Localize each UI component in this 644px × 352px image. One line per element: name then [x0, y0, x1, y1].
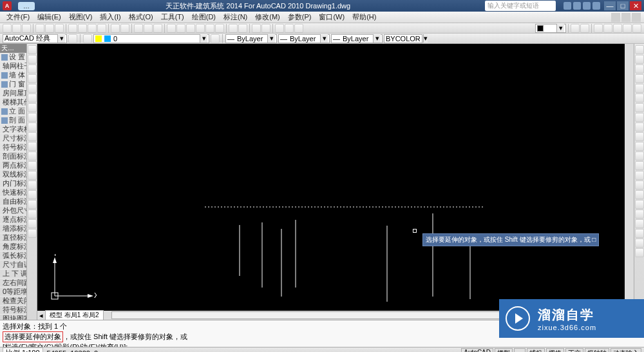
palette-item-11[interactable]: 剖面标注 — [0, 152, 26, 161]
sheet-icon[interactable] — [196, 24, 205, 33]
menu-edit[interactable]: 编辑(E) — [33, 12, 65, 22]
layer-combo[interactable]: 0▾ — [93, 34, 209, 43]
block-icon[interactable] — [252, 24, 261, 33]
explode-icon[interactable] — [635, 190, 644, 199]
t3-icon[interactable] — [613, 24, 622, 33]
status-dyn[interactable]: 动态输入 — [611, 348, 641, 353]
palette-item-2[interactable]: 墙 体 — [0, 71, 26, 80]
calc-icon[interactable] — [215, 24, 224, 33]
makeblk-icon[interactable] — [28, 161, 37, 170]
point-icon[interactable] — [28, 171, 37, 180]
menu-file[interactable]: 文件(F) — [3, 12, 33, 22]
palette-item-13[interactable]: 双线标注 — [0, 170, 26, 179]
ellipsearc-icon[interactable] — [28, 142, 37, 151]
mdi-max-icon[interactable] — [621, 13, 630, 22]
status-grid[interactable]: 栅格 — [546, 348, 564, 353]
model-tab[interactable]: 模型 布局1 布局2 — [45, 310, 104, 320]
hatch-icon[interactable] — [28, 181, 37, 190]
tool-palette-icon[interactable] — [186, 24, 195, 33]
menu-modify[interactable]: 修改(M) — [251, 12, 284, 22]
rect-icon[interactable] — [28, 84, 37, 93]
trim-icon[interactable] — [635, 132, 644, 141]
ellipse-icon[interactable] — [28, 132, 37, 141]
status-ortho[interactable]: 正交 — [565, 348, 583, 353]
plotstyle-combo[interactable]: —ByLayer▾ — [331, 34, 383, 43]
menu-tools[interactable]: 工具(T) — [157, 12, 188, 22]
undo-icon[interactable] — [111, 24, 120, 33]
zoom-icon[interactable] — [144, 24, 153, 33]
area-icon[interactable] — [580, 24, 589, 33]
new-icon[interactable] — [3, 24, 12, 33]
status-app[interactable]: AutoCAD — [461, 348, 493, 353]
rotate-icon[interactable] — [635, 103, 644, 112]
close-button[interactable]: ✕ — [630, 1, 641, 10]
palette-item-16[interactable]: 自由标注 — [0, 197, 26, 206]
text-icon[interactable] — [285, 24, 294, 33]
r1-icon[interactable] — [635, 200, 644, 209]
status-polar[interactable]: 极轴轴 — [585, 348, 609, 353]
question-icon[interactable] — [592, 2, 600, 10]
extend-icon[interactable] — [635, 142, 644, 151]
preview-icon[interactable] — [45, 24, 54, 33]
palette-item-9[interactable]: 尺寸标注 — [0, 134, 26, 143]
r4-icon[interactable] — [635, 229, 644, 238]
palette-item-7[interactable]: 剖 面 — [0, 116, 26, 125]
palette-item-12[interactable]: 两点标注 — [0, 161, 26, 170]
palette-item-29[interactable]: 图块图案 — [0, 315, 26, 320]
scale-icon[interactable] — [635, 113, 644, 122]
star-icon[interactable] — [583, 2, 591, 10]
dim-icon[interactable] — [275, 24, 284, 33]
circle-icon[interactable] — [28, 103, 37, 112]
menu-format[interactable]: 格式(O) — [125, 12, 157, 22]
qat-pill[interactable]: … — [18, 2, 35, 10]
polygon-icon[interactable] — [28, 74, 37, 83]
help-icon[interactable] — [564, 2, 571, 10]
color-combo[interactable]: ▾ — [535, 24, 566, 33]
palette-item-8[interactable]: 文字表格 — [0, 125, 26, 134]
dc-icon[interactable] — [176, 24, 185, 33]
move-icon[interactable] — [635, 93, 644, 103]
menu-draw[interactable]: 绘图(D) — [188, 12, 220, 22]
mtext-icon[interactable] — [28, 219, 37, 228]
drawing-canvas[interactable]: 选择要延伸的对象，或按住 Shift 键选择要修剪的对象，或 □ Y X ◂ 模… — [37, 44, 634, 320]
palette-item-19[interactable]: 墙添标注 — [0, 224, 26, 233]
array-icon[interactable] — [635, 84, 644, 93]
menu-view[interactable]: 视图(V) — [65, 12, 97, 22]
menu-window[interactable]: 窗口(W) — [315, 12, 348, 22]
mirror-icon[interactable] — [635, 64, 644, 73]
palette-item-27[interactable]: 检查关闭 — [0, 297, 26, 306]
status-extra[interactable]: … — [514, 348, 526, 353]
stretch-icon[interactable] — [635, 122, 644, 132]
palette-item-20[interactable]: 直径标注 — [0, 233, 26, 242]
status-scale[interactable]: 比例 1:100 — [3, 347, 43, 352]
pan-icon[interactable] — [134, 24, 143, 33]
copy-icon[interactable] — [78, 24, 87, 33]
r5-icon[interactable] — [635, 239, 644, 248]
open-icon[interactable] — [12, 24, 21, 33]
fillet-icon[interactable] — [635, 181, 644, 190]
save-icon[interactable] — [22, 24, 31, 33]
palette-item-23[interactable]: 尺寸自调 — [0, 260, 26, 269]
insertblk-icon[interactable] — [28, 152, 37, 161]
region-icon[interactable] — [28, 200, 37, 209]
status-model[interactable]: 模型 — [495, 348, 513, 353]
palette-item-24[interactable]: 上 下 调 — [0, 269, 26, 279]
workspace-combo[interactable]: AutoCAD 经典▾ — [3, 34, 67, 43]
markup-icon[interactable] — [205, 24, 214, 33]
t2-icon[interactable] — [603, 24, 612, 33]
layer-prev-icon[interactable] — [211, 34, 220, 43]
ws-settings-icon[interactable] — [68, 34, 77, 43]
gradient-icon[interactable] — [28, 190, 37, 199]
pline-icon[interactable] — [28, 64, 37, 73]
line-icon[interactable] — [28, 45, 37, 54]
copyobj-icon[interactable] — [635, 55, 644, 64]
spline-icon[interactable] — [28, 122, 37, 132]
palette-item-17[interactable]: 外包尺寸 — [0, 206, 26, 215]
revcloud-icon[interactable] — [28, 113, 37, 122]
measure-icon[interactable] — [571, 24, 580, 33]
info-icon[interactable] — [573, 2, 581, 10]
palette-item-0[interactable]: 设 置 — [0, 53, 26, 62]
zoom-prev-icon[interactable] — [153, 24, 162, 33]
mdi-min-icon[interactable] — [611, 13, 620, 22]
palette-item-4[interactable]: 房间屋顶 — [0, 89, 26, 98]
